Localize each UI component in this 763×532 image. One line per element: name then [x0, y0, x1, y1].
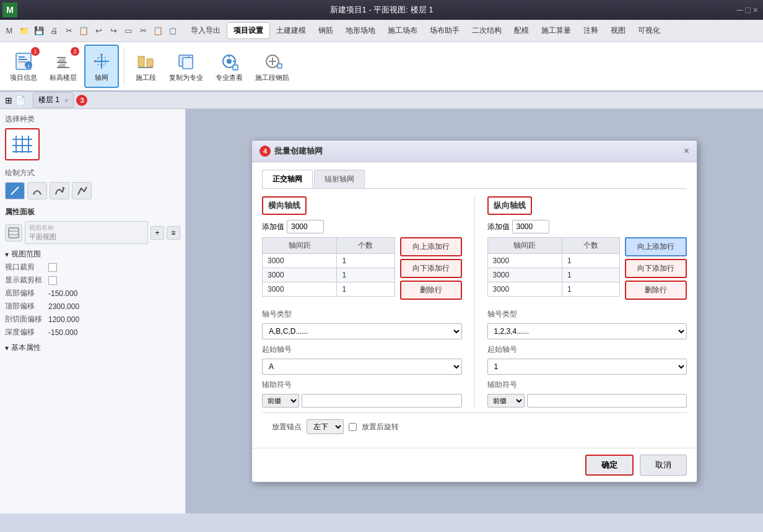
h-delete-button[interactable]: 删除行 — [400, 281, 462, 300]
horizontal-axis-title: 横向轴线 — [262, 196, 307, 215]
menu-item-visual[interactable]: 可视化 — [632, 23, 666, 38]
h-add-down-button[interactable]: 向下添加行 — [400, 259, 462, 278]
h-axis-type-row: 轴号类型 — [262, 309, 462, 320]
h-aux-input[interactable] — [302, 394, 462, 408]
quick-icon-redo[interactable]: ↪ — [107, 24, 120, 38]
svg-rect-3 — [19, 61, 26, 63]
quick-icon-home[interactable]: M — [2, 24, 16, 38]
show-crop-checkbox[interactable] — [48, 276, 57, 285]
view-tab-floor1[interactable]: 楼层 1 × — [33, 92, 74, 108]
menu-item-civil[interactable]: 土建建模 — [270, 23, 312, 38]
v-aux-label: 辅助符号 — [487, 380, 525, 390]
quick-icon-cut[interactable]: ✂ — [62, 24, 76, 38]
v-aux-prefix-select[interactable]: 前缀 — [487, 394, 525, 408]
ribbon-btn-axis-grid[interactable]: 轴网 — [84, 45, 119, 88]
ribbon-sep-1 — [124, 48, 124, 85]
h-add-value-input[interactable] — [287, 220, 324, 233]
h-col-count: 个数 — [337, 238, 395, 254]
view-tab-close[interactable]: × — [64, 97, 68, 104]
tab-orthogonal[interactable]: 正交轴网 — [262, 170, 313, 188]
quick-icon-copy[interactable]: 📋 — [77, 24, 90, 38]
menu-item-quantity[interactable]: 施工算量 — [535, 23, 577, 38]
quick-icon-rect[interactable]: ▭ — [121, 24, 135, 38]
h-aux-row: 辅助符号 — [262, 380, 462, 390]
cut-offset-row: 剖切面偏移 1200.000 — [5, 314, 180, 325]
quick-icon-undo[interactable]: ↩ — [92, 24, 105, 38]
tab-radial[interactable]: 辐射轴网 — [314, 170, 365, 188]
minimize-icon[interactable]: ─ — [736, 5, 743, 15]
menu-item-project[interactable]: 项目设置 — [227, 22, 270, 39]
menu-item-secondary[interactable]: 二次结构 — [466, 23, 508, 38]
h-add-up-button[interactable]: 向上添加行 — [400, 237, 462, 256]
menu-item-terrain[interactable]: 地形场地 — [339, 23, 381, 38]
menu-item-import[interactable]: 导入导出 — [185, 23, 227, 38]
v-add-down-button[interactable]: 向下添加行 — [625, 259, 687, 278]
confirm-button[interactable]: 确定 — [585, 455, 634, 476]
menu-item-formwork[interactable]: 配模 — [508, 23, 535, 38]
ribbon-btn-copy-professional[interactable]: 复制为专业 — [164, 45, 208, 88]
menu-item-view[interactable]: 视图 — [604, 23, 632, 38]
draw-method-curve1[interactable] — [27, 182, 47, 199]
v-row-3-spacing: 3000 — [487, 282, 562, 297]
h-start-axis-select[interactable]: A B C — [262, 359, 462, 375]
h-axis-type-select[interactable]: A,B,C,D...... 1,2,3,4...... — [262, 323, 462, 339]
svg-rect-18 — [147, 59, 153, 66]
view-range-header[interactable]: ▾ 视图范围 — [5, 249, 180, 259]
quick-icon-paste[interactable]: 📋 — [151, 24, 165, 38]
h-axis-buttons: 向上添加行 向下添加行 删除行 — [400, 237, 462, 302]
v-start-axis-select[interactable]: 1 2 3 — [487, 359, 687, 375]
v-add-value-label: 添加值 — [487, 222, 510, 232]
menu-item-annotation[interactable]: 注释 — [577, 23, 604, 38]
quick-icon-print[interactable]: 🖨 — [47, 24, 61, 38]
draw-method-poly[interactable] — [72, 182, 92, 199]
dialog-footer: 确定 取消 — [252, 448, 697, 482]
page-view-icon[interactable]: 📄 — [15, 95, 25, 105]
maximize-icon[interactable]: □ — [745, 5, 750, 15]
v-add-up-button[interactable]: 向上添加行 — [625, 237, 687, 256]
dialog-title: 4 批量创建轴网 — [259, 146, 323, 157]
grid-view-icon[interactable]: ⊞ — [5, 95, 12, 105]
basic-props-header[interactable]: ▾ 基本属性 — [5, 342, 180, 353]
prop-add-button[interactable]: + — [150, 226, 164, 240]
quick-icon-cut2[interactable]: ✂ — [136, 24, 150, 38]
v-axis-type-select[interactable]: 1,2,3,4...... A,B,C,D...... — [487, 323, 687, 339]
view-crop-checkbox[interactable] — [48, 263, 57, 272]
quick-icon-square[interactable]: ▢ — [166, 24, 180, 38]
draw-method-curve2[interactable]: + — [50, 182, 69, 199]
prop-view-icon — [5, 224, 22, 242]
menu-item-site[interactable]: 施工场布 — [381, 23, 424, 38]
h-add-value-label: 添加值 — [262, 222, 284, 232]
anchor-label: 放置锚点 — [272, 422, 302, 432]
dialog-close-button[interactable]: × — [684, 146, 689, 157]
v-delete-button[interactable]: 删除行 — [625, 281, 687, 300]
close-icon[interactable]: × — [753, 5, 758, 15]
app-logo: M — [2, 2, 17, 17]
h-aux-prefix-select[interactable]: 前缀 — [262, 394, 299, 408]
menu-item-rebar[interactable]: 钢筋 — [312, 23, 339, 38]
ribbon-btn-stage-rebar[interactable]: 施工段钢筋 — [250, 45, 294, 88]
ribbon-btn-floor-elevation[interactable]: ±00 ±00 标高楼层 2 — [45, 45, 82, 88]
svg-text:i: i — [28, 63, 29, 69]
draw-method-line[interactable] — [5, 182, 25, 199]
ribbon-btn-professional-view[interactable]: 专业查看 — [211, 45, 248, 88]
chevron-right-icon: ▾ — [5, 344, 9, 352]
h-axis-table: 轴间距 个数 3000 1 — [262, 237, 395, 297]
floor-elevation-badge: 2 — [71, 47, 79, 56]
quick-icon-save[interactable]: 💾 — [32, 24, 46, 38]
copy-professional-icon — [175, 50, 198, 72]
anchor-select[interactable]: 左下 左上 右下 右上 中心 — [307, 419, 344, 434]
quick-icon-open[interactable]: 📁 — [17, 24, 31, 38]
v-row-1: 3000 1 — [487, 254, 620, 268]
v-add-value-input[interactable] — [512, 220, 549, 233]
menu-item-sitehelper[interactable]: 场布助手 — [424, 23, 466, 38]
v-row-3-count: 1 — [562, 282, 619, 297]
cancel-button[interactable]: 取消 — [640, 455, 687, 476]
h-row-1-spacing: 3000 — [263, 254, 337, 268]
prop-list-button[interactable]: ≡ — [167, 226, 180, 240]
v-row-3: 3000 1 — [487, 282, 620, 297]
axis-type-box[interactable] — [5, 128, 40, 160]
ribbon-btn-construction-stage[interactable]: 施工段 — [129, 45, 162, 88]
rotate-checkbox[interactable] — [349, 423, 357, 431]
ribbon-btn-project-info[interactable]: i 项目信息 1 — [5, 45, 42, 88]
v-aux-input[interactable] — [527, 394, 687, 408]
